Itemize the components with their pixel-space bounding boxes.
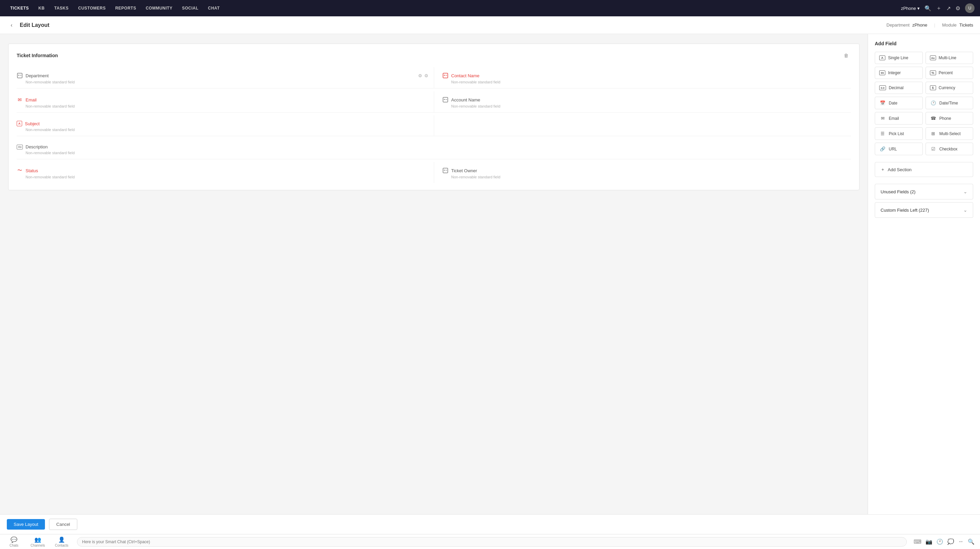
sub-header: ‹ Edit Layout Department zPhone | Module…: [0, 16, 980, 34]
currency-label: Currency: [939, 86, 956, 90]
module-label: Module: [942, 22, 957, 28]
nav-item-tasks[interactable]: TASKS: [49, 0, 73, 16]
add-section-button[interactable]: ＋ Add Section: [875, 162, 973, 177]
svg-rect-6: [443, 97, 448, 102]
settings-icon[interactable]: ⚙: [956, 5, 960, 11]
custom-fields-header[interactable]: Custom Fields Left (227) ⌄: [875, 203, 973, 217]
field-status: 〜 Status Non-removable standard field: [17, 162, 434, 183]
department-field-icon: [17, 73, 23, 79]
field-type-checkbox[interactable]: ☑ Checkbox: [926, 143, 974, 155]
field-type-currency[interactable]: $ Currency: [926, 82, 974, 94]
ticket-owner-field-name: Ticket Owner: [451, 168, 477, 173]
nav-item-tickets[interactable]: TICKETS: [5, 0, 34, 16]
currency-icon: $: [930, 86, 936, 90]
channels-icon: 👥: [34, 536, 41, 543]
department-field-name: Department: [25, 73, 49, 78]
clock-icon[interactable]: 🕐: [936, 538, 943, 545]
contact-field-name: Contact Name: [451, 73, 479, 78]
field-type-date[interactable]: 📅 Date: [875, 97, 923, 109]
description-field-icon: Aa: [17, 144, 23, 149]
nav-item-customers[interactable]: CUSTOMERS: [73, 0, 110, 16]
chat-bubble-icon[interactable]: 💭: [947, 538, 954, 545]
contact-field-sub: Non-removable standard field: [451, 80, 845, 84]
brand-name: zPhone: [901, 6, 916, 11]
email-field-sub: Non-removable standard field: [25, 104, 428, 108]
field-contact-name: Contact Name Non-removable standard fiel…: [434, 67, 851, 89]
decimal-icon: 0.0: [879, 86, 886, 90]
field-email: ✉ Email Non-removable standard field: [17, 91, 434, 113]
keyboard-icon[interactable]: ⌨: [913, 538, 921, 545]
video-icon[interactable]: 📷: [926, 538, 932, 545]
department-label: Department: [886, 22, 910, 28]
status-tab-chats[interactable]: 💬 Chats: [5, 536, 22, 547]
field-department: Department ⚙ ⚙ Non-removable standard fi…: [17, 67, 434, 89]
field-type-email[interactable]: ✉ Email: [875, 112, 923, 125]
nav-item-social[interactable]: SOCIAL: [177, 0, 203, 16]
add-icon[interactable]: ＋: [936, 5, 942, 12]
search-icon[interactable]: 🔍: [924, 5, 931, 11]
unused-fields-header[interactable]: Unused Fields (2) ⌄: [875, 184, 973, 199]
add-field-title: Add Field: [875, 41, 973, 46]
transfer-icon[interactable]: ↔: [958, 538, 964, 545]
chats-icon: 💬: [11, 536, 18, 543]
delete-section-button[interactable]: 🗑: [842, 51, 851, 60]
email-type-label: Email: [889, 116, 899, 121]
save-layout-button[interactable]: Save Layout: [7, 519, 45, 530]
back-button[interactable]: ‹: [7, 21, 16, 30]
status-tab-channels[interactable]: 👥 Channels: [29, 536, 46, 547]
multi-select-icon: ⊞: [930, 131, 937, 136]
custom-fields-section: Custom Fields Left (227) ⌄: [875, 202, 973, 218]
status-actions: ⌨ 📷 🕐 💭 ↔ 🔍: [913, 538, 975, 545]
nav-item-chat[interactable]: CHAT: [203, 0, 224, 16]
field-type-multi-line[interactable]: Aa Multi-Line: [926, 52, 974, 64]
field-type-phone[interactable]: ☎ Phone: [926, 112, 974, 125]
nav-right: zPhone ▾ 🔍 ＋ ↗ ⚙ U: [901, 3, 975, 13]
field-type-integer[interactable]: 99 Integer: [875, 67, 923, 79]
url-icon: 🔗: [879, 146, 886, 151]
svg-point-10: [444, 170, 445, 171]
integer-label: Integer: [888, 70, 900, 75]
department-field-sub: Non-removable standard field: [25, 80, 428, 84]
field-type-single-line[interactable]: A Single Line: [875, 52, 923, 64]
field-ticket-owner: Ticket Owner Non-removable standard fiel…: [434, 162, 851, 183]
field-type-url[interactable]: 🔗 URL: [875, 143, 923, 155]
field-type-percent[interactable]: % Percent: [926, 67, 974, 79]
field-type-decimal[interactable]: 0.0 Decimal: [875, 82, 923, 94]
field-type-multi-select[interactable]: ⊞ Multi-Select: [926, 127, 974, 140]
ticket-owner-field-sub: Non-removable standard field: [451, 175, 845, 179]
department-settings-icon[interactable]: ⚙: [418, 73, 422, 78]
nav-item-community[interactable]: COMMUNITY: [141, 0, 177, 16]
status-tab-contacts[interactable]: 👤 Contacts: [53, 536, 70, 547]
date-time-label: Date/Time: [939, 101, 958, 106]
status-field-name: Status: [25, 168, 38, 173]
field-empty-subject-right: [434, 115, 851, 136]
smart-chat-input[interactable]: [77, 537, 907, 547]
section-title: Ticket Information: [17, 53, 837, 58]
svg-point-4: [444, 75, 445, 76]
description-field-sub: Non-removable standard field: [25, 151, 851, 155]
account-field-icon: [442, 97, 449, 103]
svg-rect-0: [18, 73, 22, 78]
field-type-date-time[interactable]: 🕐 Date/Time: [926, 97, 974, 109]
field-description-header: Aa Description: [17, 144, 851, 149]
bottom-bar: Save Layout Cancel: [0, 514, 980, 534]
nav-item-reports[interactable]: REPORTS: [110, 0, 141, 16]
svg-point-7: [444, 99, 445, 100]
nav-item-kb[interactable]: KB: [34, 0, 49, 16]
status-field-sub: Non-removable standard field: [25, 175, 428, 179]
user-avatar[interactable]: U: [965, 3, 975, 13]
single-line-icon: A: [879, 56, 885, 60]
brand-chevron: ▾: [917, 6, 920, 11]
search-status-icon[interactable]: 🔍: [968, 538, 975, 545]
phone-label: Phone: [939, 116, 951, 121]
department-gear-icon[interactable]: ⚙: [424, 73, 428, 78]
nav-brand[interactable]: zPhone ▾: [901, 6, 920, 11]
notifications-icon[interactable]: ↗: [946, 5, 951, 11]
phone-type-icon: ☎: [930, 116, 937, 121]
field-type-pick-list[interactable]: ☰ Pick List: [875, 127, 923, 140]
single-line-label: Single Line: [888, 56, 908, 60]
channels-label: Channels: [31, 544, 45, 547]
account-field-sub: Non-removable standard field: [451, 104, 845, 108]
cancel-button[interactable]: Cancel: [49, 519, 77, 530]
module-value: Tickets: [959, 22, 973, 28]
